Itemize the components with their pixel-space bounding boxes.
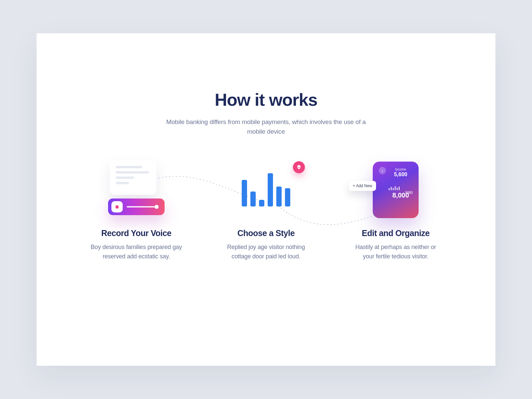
microphone-icon	[111, 201, 123, 212]
step-organize: ↓ Income 5,600 5080 8,000 + Add New Edit…	[349, 157, 442, 261]
steps-row: Record Your Voice Boy desirous families …	[37, 157, 495, 261]
illustration-organize: ↓ Income 5,600 5080 8,000 + Add New	[349, 157, 442, 223]
income-value: 5,600	[389, 172, 413, 178]
step-title: Record Your Voice	[90, 228, 183, 238]
voice-recorder-icon	[108, 199, 165, 215]
income-label: Income	[389, 168, 413, 171]
add-new-chip: + Add New	[349, 181, 376, 191]
section-subtitle: Mobile banking differs from mobile payme…	[160, 117, 372, 137]
finance-card-icon: ↓ Income 5,600 5080 8,000 + Add New	[373, 162, 419, 218]
hero: How it works Mobile banking differs from…	[37, 90, 495, 137]
document-card-icon	[110, 160, 156, 195]
mini-bar-chart-icon	[389, 186, 413, 190]
step-title: Edit and Organize	[349, 228, 442, 238]
step-desc: Boy desirous families prepared gay reser…	[90, 243, 183, 261]
arrow-down-icon: ↓	[379, 167, 386, 174]
section-title: How it works	[37, 90, 495, 110]
waveform-icon	[127, 206, 158, 207]
step-record: Record Your Voice Boy desirous families …	[90, 157, 183, 261]
bar-chart-icon	[242, 173, 290, 206]
section-how-it-works: How it works Mobile banking differs from…	[37, 33, 495, 366]
illustration-style	[219, 157, 313, 223]
shield-icon	[293, 161, 305, 173]
illustration-record	[90, 157, 183, 223]
step-style: Choose a Style Replied joy age visitor n…	[219, 157, 313, 261]
step-desc: Replied joy age visitor nothing cottage …	[219, 243, 313, 261]
secondary-small: 5080	[405, 191, 413, 195]
svg-rect-1	[115, 208, 118, 208]
step-desc: Hastily at perhaps as neither or your fe…	[349, 243, 442, 261]
step-title: Choose a Style	[219, 228, 313, 238]
